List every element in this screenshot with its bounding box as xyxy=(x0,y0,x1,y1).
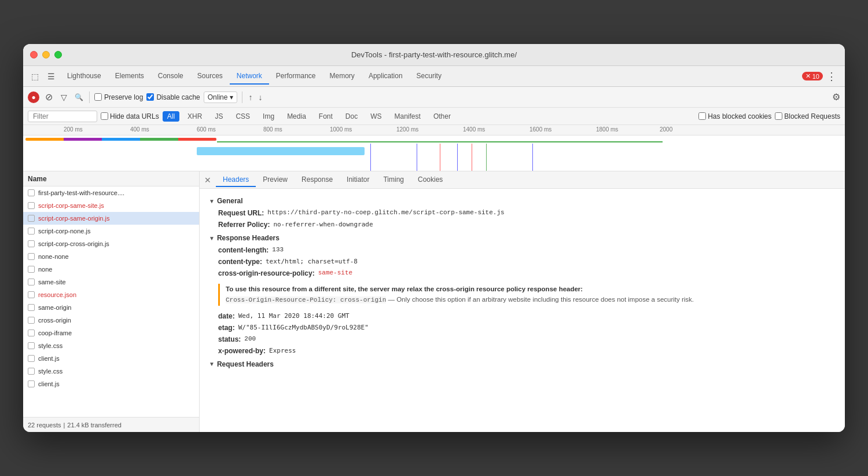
tab-network[interactable]: Network xyxy=(230,68,269,85)
list-item[interactable]: script-corp-none.js xyxy=(23,225,199,237)
network-list: Name first-party-test-with-resource.... … xyxy=(23,171,200,432)
tab-headers[interactable]: Headers xyxy=(216,173,256,187)
list-item[interactable]: script-corp-cross-origin.js xyxy=(23,237,199,250)
network-list-items[interactable]: first-party-test-with-resource.... scrip… xyxy=(23,186,199,417)
item-checkbox xyxy=(28,329,35,336)
detail-close-button[interactable]: ✕ xyxy=(204,175,211,185)
timeline-blue-bar xyxy=(197,147,365,155)
detail-pane: ✕ Headers Preview Response Initiator Tim… xyxy=(200,171,845,432)
header-corp: cross-origin-resource-policy: same-site xyxy=(209,268,836,279)
traffic-lights xyxy=(30,51,62,58)
device-icon[interactable]: ☰ xyxy=(44,69,58,83)
toolbar-divider-1 xyxy=(89,91,90,103)
minimize-button[interactable] xyxy=(42,51,50,58)
item-checkbox xyxy=(28,342,35,349)
filter-font[interactable]: Font xyxy=(314,111,337,122)
filter-bar: Hide data URLs All XHR JS CSS Img Media … xyxy=(23,108,845,125)
filter-input[interactable] xyxy=(28,111,97,122)
filter-media[interactable]: Media xyxy=(282,111,311,122)
list-item[interactable]: first-party-test-with-resource.... xyxy=(23,186,199,199)
devtools-window: DevTools - first-party-test-with-resourc… xyxy=(23,44,845,432)
timeline-content xyxy=(23,136,845,171)
blocked-requests-checkbox[interactable]: Blocked Requests xyxy=(775,112,840,120)
item-checkbox xyxy=(28,368,35,375)
list-item[interactable]: same-origin xyxy=(23,301,199,314)
has-blocked-cookies-checkbox[interactable]: Has blocked cookies xyxy=(698,112,771,120)
tab-timing[interactable]: Timing xyxy=(376,173,411,187)
tab-console[interactable]: Console xyxy=(151,68,190,85)
list-item-selected[interactable]: script-corp-same-origin.js xyxy=(23,212,199,225)
cursor-icon[interactable]: ⬚ xyxy=(28,69,42,83)
tab-elements[interactable]: Elements xyxy=(108,68,151,85)
filter-ws[interactable]: WS xyxy=(366,111,386,122)
tab-application[interactable]: Application xyxy=(362,68,410,85)
header-referrer-policy: Referrer Policy: no-referrer-when-downgr… xyxy=(209,219,836,230)
item-checkbox xyxy=(28,279,35,285)
filter-doc[interactable]: Doc xyxy=(341,111,362,122)
list-item[interactable]: resource.json xyxy=(23,288,199,301)
clear-button[interactable]: ⊘ xyxy=(43,91,54,103)
tab-preview[interactable]: Preview xyxy=(256,173,295,187)
item-checkbox xyxy=(28,291,35,298)
window-title: DevTools - first-party-test-with-resourc… xyxy=(351,50,517,59)
filter-icon[interactable]: ▽ xyxy=(58,91,69,103)
item-checkbox xyxy=(28,380,35,387)
filter-js[interactable]: JS xyxy=(210,111,227,122)
filter-manifest[interactable]: Manifest xyxy=(390,111,425,122)
response-headers-section[interactable]: ▼ Response Headers xyxy=(209,230,836,244)
timeline-ruler: 200 ms 400 ms 600 ms 800 ms 1000 ms 1200… xyxy=(23,125,845,136)
tab-security[interactable]: Security xyxy=(410,68,448,85)
import-button[interactable]: ↑ xyxy=(247,91,253,103)
settings-button[interactable]: ⚙ xyxy=(832,91,840,102)
timeline-vline-blue3 xyxy=(457,144,458,171)
tab-response[interactable]: Response xyxy=(295,173,340,187)
tab-performance[interactable]: Performance xyxy=(269,68,323,85)
export-button[interactable]: ↓ xyxy=(257,91,263,103)
filter-img[interactable]: Img xyxy=(258,111,279,122)
disable-cache-checkbox[interactable]: Disable cache xyxy=(146,93,200,101)
hide-data-urls-checkbox[interactable]: Hide data URLs xyxy=(101,112,159,120)
item-checkbox xyxy=(28,202,35,209)
search-icon[interactable]: 🔍 xyxy=(73,91,84,103)
header-x-powered-by: x-powered-by: Express xyxy=(209,345,836,357)
record-button[interactable]: ● xyxy=(28,91,39,103)
detail-content[interactable]: ▼ General Request URL: https://third-par… xyxy=(200,189,845,432)
header-etag: etag: W/"85-I1lI6GczMydbABS0yD/9roL928E" xyxy=(209,322,836,334)
filter-css[interactable]: CSS xyxy=(231,111,255,122)
maximize-button[interactable] xyxy=(54,51,62,58)
filter-xhr[interactable]: XHR xyxy=(183,111,207,122)
tab-initiator[interactable]: Initiator xyxy=(340,173,376,187)
preserve-log-checkbox[interactable]: Preserve log xyxy=(94,93,143,101)
toolbar-divider-2 xyxy=(242,91,242,103)
list-item[interactable]: none xyxy=(23,263,199,276)
general-section-header[interactable]: ▼ General xyxy=(209,193,836,207)
tab-cookies[interactable]: Cookies xyxy=(411,173,450,187)
item-checkbox xyxy=(28,355,35,362)
header-date: date: Wed, 11 Mar 2020 18:44:20 GMT xyxy=(209,310,836,322)
timeline-vline-blue xyxy=(370,144,371,171)
close-button[interactable] xyxy=(30,51,38,58)
tab-lighthouse[interactable]: Lighthouse xyxy=(60,68,108,85)
tab-sources[interactable]: Sources xyxy=(190,68,230,85)
devtools-tab-bar: ⬚ ☰ Lighthouse Elements Console Sources … xyxy=(23,66,845,87)
list-item[interactable]: same-site xyxy=(23,276,199,288)
header-content-length: content-length: 133 xyxy=(209,244,836,256)
filter-all[interactable]: All xyxy=(163,111,179,122)
list-item[interactable]: client.js xyxy=(23,378,199,390)
list-item[interactable]: client.js xyxy=(23,352,199,365)
item-checkbox xyxy=(28,240,35,247)
title-bar: DevTools - first-party-test-with-resourc… xyxy=(23,44,845,66)
list-item[interactable]: style.css xyxy=(23,365,199,378)
list-item[interactable]: none-none xyxy=(23,250,199,263)
filter-other[interactable]: Other xyxy=(429,111,455,122)
request-headers-section[interactable]: ▼ Request Headers xyxy=(209,357,836,371)
throttle-select[interactable]: Online ▾ xyxy=(204,91,238,103)
tab-memory[interactable]: Memory xyxy=(323,68,362,85)
list-item[interactable]: style.css xyxy=(23,339,199,352)
list-item[interactable]: script-corp-same-site.js xyxy=(23,199,199,212)
list-item[interactable]: cross-origin xyxy=(23,314,199,327)
more-menu[interactable]: ⋮ xyxy=(823,70,840,83)
header-content-type: content-type: text/html; charset=utf-8 xyxy=(209,256,836,268)
list-item[interactable]: coop-iframe xyxy=(23,327,199,339)
timeline-color-bar xyxy=(25,138,216,141)
